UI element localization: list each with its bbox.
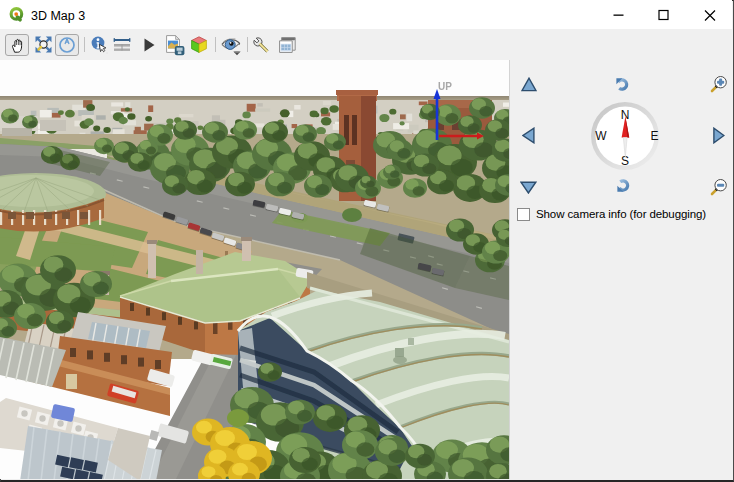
svg-text:UP: UP (438, 81, 452, 92)
svg-text:W: W (595, 129, 607, 143)
svg-text:E: E (650, 129, 658, 143)
